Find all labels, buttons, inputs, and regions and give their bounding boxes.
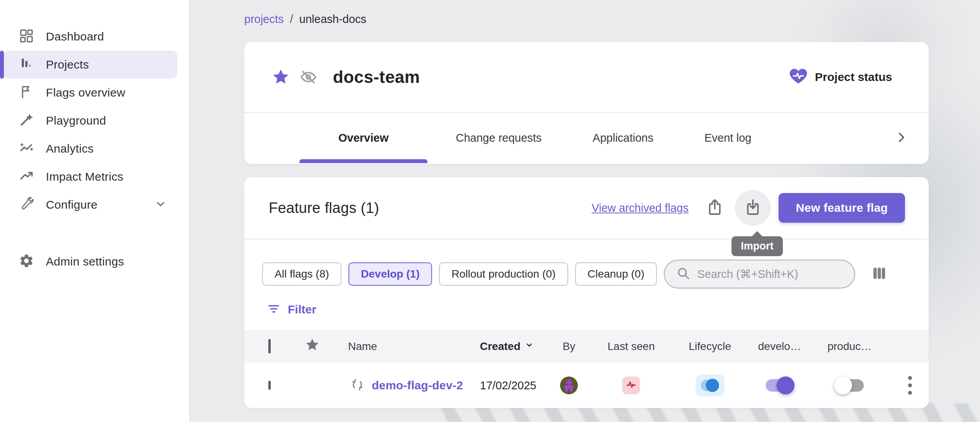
- production-toggle[interactable]: [835, 376, 864, 394]
- creator-avatar[interactable]: [560, 376, 578, 394]
- sidebar-item-label: Impact Metrics: [46, 170, 123, 183]
- toggle-knob: [834, 376, 852, 394]
- trending-up-icon: [19, 168, 34, 185]
- column-header-develop[interactable]: develo…: [744, 340, 815, 353]
- columns-button[interactable]: [871, 265, 888, 283]
- row-actions-menu-button[interactable]: [891, 373, 929, 398]
- flag-icon: [19, 84, 34, 101]
- sidebar-item-dashboard[interactable]: Dashboard: [3, 23, 177, 51]
- project-title: docs-team: [333, 67, 420, 87]
- sidebar-item-label: Dashboard: [46, 30, 104, 43]
- sidebar-item-admin-settings[interactable]: Admin settings: [3, 248, 177, 276]
- project-header-card: docs-team Project status Overview Change…: [244, 42, 929, 164]
- filter-button[interactable]: Filter: [267, 302, 929, 317]
- sidebar-item-label: Playground: [46, 114, 106, 127]
- breadcrumb-separator: /: [290, 13, 293, 26]
- sidebar-item-label: Projects: [46, 58, 89, 71]
- heart-pulse-icon: [789, 67, 808, 88]
- sidebar-item-label: Flags overview: [46, 86, 125, 99]
- flag-name-link[interactable]: demo-flag-dev-2: [372, 379, 463, 392]
- dashboard-icon: [19, 28, 34, 45]
- lifecycle-stage-front-dot: [706, 379, 719, 392]
- last-seen-badge[interactable]: [622, 376, 640, 394]
- search-icon: [676, 266, 690, 282]
- favorite-column-star-icon: [304, 337, 320, 356]
- tab-overview[interactable]: Overview: [299, 113, 427, 163]
- view-archived-flags-link[interactable]: View archived flags: [592, 202, 688, 215]
- chip-cleanup[interactable]: Cleanup (0): [575, 262, 657, 286]
- feature-flags-title: Feature flags (1): [269, 200, 379, 216]
- sidebar: Dashboard Projects Flags overview Playgr…: [0, 0, 189, 422]
- sidebar-item-playground[interactable]: Playground: [3, 107, 177, 135]
- tab-change-requests[interactable]: Change requests: [433, 113, 564, 163]
- lifecycle-badge[interactable]: [696, 375, 724, 396]
- project-status-label: Project status: [815, 70, 892, 84]
- wrench-icon: [19, 196, 34, 213]
- select-all-checkbox[interactable]: [268, 339, 271, 353]
- gear-icon: [19, 253, 34, 270]
- tab-label: Overview: [338, 132, 388, 144]
- column-header-last-seen[interactable]: Last seen: [586, 340, 676, 353]
- sidebar-item-projects[interactable]: Projects: [3, 51, 177, 79]
- tab-label: Applications: [593, 132, 653, 144]
- column-header-label: Created: [480, 340, 520, 353]
- chevron-right-icon: [894, 130, 908, 146]
- develop-toggle[interactable]: [765, 376, 794, 394]
- project-tabs: Overview Change requests Applications Ev…: [244, 113, 929, 163]
- sidebar-item-label: Analytics: [46, 142, 94, 155]
- search-input[interactable]: [697, 268, 844, 281]
- tab-label: Change requests: [456, 132, 542, 144]
- breadcrumb-projects-link[interactable]: projects: [244, 13, 284, 26]
- search-box[interactable]: [664, 260, 855, 288]
- new-feature-flag-button[interactable]: New feature flag: [779, 193, 905, 223]
- table-row: demo-flag-dev-2 17/02/2025: [244, 363, 929, 408]
- column-header-by[interactable]: By: [551, 340, 586, 353]
- columns-icon: [871, 265, 888, 283]
- export-icon: [705, 198, 724, 218]
- chip-all-flags[interactable]: All flags (8): [262, 262, 341, 286]
- tabs-overflow-button[interactable]: [894, 113, 908, 163]
- import-tooltip: Import: [732, 236, 783, 256]
- import-button[interactable]: [735, 190, 771, 226]
- filter-icon: [267, 302, 281, 317]
- sidebar-item-configure[interactable]: Configure: [3, 191, 177, 219]
- column-header-created[interactable]: Created: [480, 340, 551, 353]
- sidebar-spacer: [0, 219, 189, 248]
- analytics-icon: [19, 140, 34, 157]
- column-header-name[interactable]: Name: [330, 340, 480, 353]
- breadcrumb-current: unleash-docs: [299, 13, 367, 26]
- wand-icon: [19, 112, 34, 129]
- toggle-knob: [777, 376, 794, 394]
- tab-event-log[interactable]: Event log: [682, 113, 774, 163]
- sidebar-item-label: Admin settings: [46, 255, 124, 268]
- feature-flags-card: Feature flags (1) View archived flags: [244, 177, 929, 408]
- sidebar-item-impact-metrics[interactable]: Impact Metrics: [3, 163, 177, 191]
- feature-flags-header: Feature flags (1) View archived flags: [244, 177, 929, 239]
- project-title-row: docs-team Project status: [244, 42, 929, 113]
- sidebar-item-flags-overview[interactable]: Flags overview: [3, 79, 177, 107]
- sidebar-item-analytics[interactable]: Analytics: [3, 135, 177, 163]
- column-header-production[interactable]: produc…: [815, 340, 884, 353]
- projects-icon: [19, 56, 34, 73]
- project-status-button[interactable]: Project status: [789, 67, 892, 88]
- lifecycle-filter-chips: All flags (8) Develop (1) Rollout produc…: [262, 260, 929, 288]
- flag-created-date: 17/02/2025: [480, 379, 551, 392]
- tab-applications[interactable]: Applications: [570, 113, 676, 163]
- table-header-row: Name Created By Last seen Lifecycle deve…: [244, 330, 929, 363]
- row-checkbox[interactable]: [268, 381, 271, 390]
- column-header-lifecycle[interactable]: Lifecycle: [676, 340, 744, 353]
- chip-develop[interactable]: Develop (1): [348, 262, 432, 286]
- sidebar-item-label: Configure: [46, 198, 98, 211]
- chevron-down-icon: [154, 197, 167, 212]
- eye-off-icon: [299, 68, 317, 86]
- chip-rollout-production[interactable]: Rollout production (0): [439, 262, 568, 286]
- favorite-star-icon[interactable]: [271, 68, 290, 86]
- sync-icon: [350, 377, 365, 394]
- export-button[interactable]: [697, 190, 733, 226]
- main-content: projects / unleash-docs docs-team: [189, 0, 980, 422]
- filter-label: Filter: [288, 303, 316, 316]
- tab-label: Event log: [704, 132, 751, 144]
- feature-flags-table: Name Created By Last seen Lifecycle deve…: [244, 330, 929, 408]
- breadcrumb: projects / unleash-docs: [244, 13, 366, 26]
- pulse-icon: [625, 378, 638, 393]
